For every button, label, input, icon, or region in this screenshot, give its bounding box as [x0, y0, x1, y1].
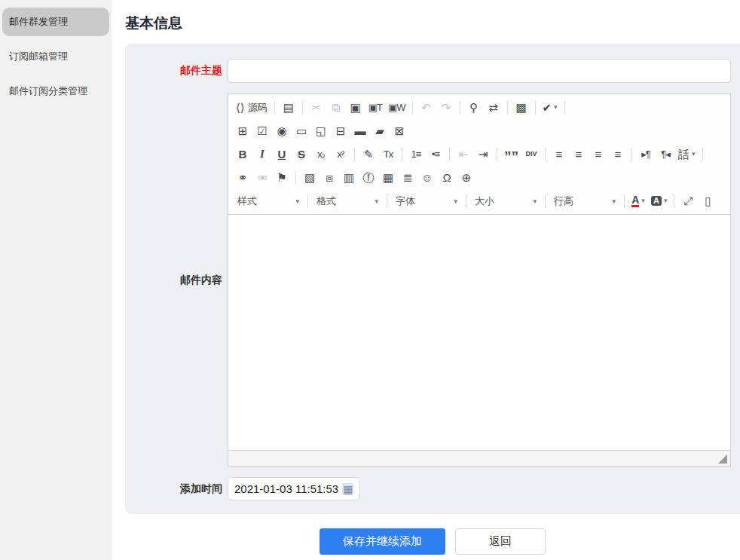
- templates-button[interactable]: ▤: [280, 99, 298, 117]
- font-select[interactable]: 字体▾: [392, 192, 461, 210]
- time-row: 添加时间 2021-01-03 11:51:53 ▦: [125, 477, 731, 500]
- background-color-button[interactable]: A▾: [649, 192, 669, 210]
- remove-format-button[interactable]: Tx: [379, 145, 397, 164]
- align-justify-button[interactable]: ≡: [609, 145, 627, 164]
- superscript-button[interactable]: x²: [332, 145, 350, 164]
- superscript-icon: x²: [338, 149, 344, 159]
- select-all-button[interactable]: ▩: [512, 99, 531, 117]
- horizontal-rule-button[interactable]: ≣: [399, 169, 417, 187]
- link-button[interactable]: ⚭: [234, 169, 252, 187]
- numbered-list-icon: 1≡: [411, 149, 421, 159]
- paste-text-button[interactable]: ▣T: [366, 99, 384, 117]
- blockquote-button[interactable]: ””: [502, 145, 521, 164]
- cut-button[interactable]: ✂: [307, 99, 326, 117]
- select-field-button[interactable]: ⊟: [332, 122, 350, 140]
- resize-handle[interactable]: [718, 454, 727, 464]
- text-direction-rtl-icon: ¶◂: [661, 149, 670, 159]
- content-row: 邮件内容 ⟨⟩源码▤✂⧉▣▣T▣W↶↷⚲⇄▩✔▾⊞☑◉▭◱⊟▬▰⊠BIUSx₂x…: [125, 93, 731, 467]
- italic-button[interactable]: I: [253, 145, 271, 164]
- copy-format-button[interactable]: ✎: [359, 145, 378, 164]
- link-icon: ⚭: [238, 172, 248, 183]
- iframe-button[interactable]: ⊕: [457, 169, 475, 187]
- checkbox-button[interactable]: ☑: [253, 122, 271, 140]
- image-button[interactable]: ▧: [301, 169, 319, 187]
- text-field-button[interactable]: ▭: [292, 122, 310, 140]
- toolbar-separator: [624, 194, 625, 208]
- find-icon: ⚲: [469, 102, 478, 113]
- align-right-button[interactable]: ≡: [589, 145, 607, 164]
- main-content: 基本信息 邮件主题 邮件内容 ⟨⟩源码▤✂⧉▣▣T▣W↶↷⚲⇄▩✔▾⊞☑◉▭◱⊟…: [113, 0, 740, 560]
- align-left-button[interactable]: ≡: [550, 145, 568, 164]
- copy-button[interactable]: ⧉: [327, 99, 345, 117]
- div-container-button[interactable]: DIV: [522, 145, 540, 164]
- subscript-button[interactable]: x₂: [312, 145, 330, 164]
- bold-button[interactable]: B: [234, 145, 252, 164]
- source-button[interactable]: ⟨⟩源码: [234, 99, 270, 117]
- align-center-button[interactable]: ≡: [570, 145, 588, 164]
- outdent-button[interactable]: ⇤: [454, 145, 472, 164]
- find-button[interactable]: ⚲: [465, 99, 483, 117]
- underline-icon: U: [278, 148, 286, 160]
- copy-format-icon: ✎: [364, 148, 374, 160]
- form-button[interactable]: ⊞: [234, 122, 252, 140]
- unlink-button[interactable]: ⚮: [253, 169, 271, 187]
- paste-button[interactable]: ▣: [347, 99, 365, 117]
- line-height-select[interactable]: 行高▾: [550, 192, 619, 210]
- maximize-button[interactable]: ⤢: [679, 192, 697, 210]
- numbered-list-button[interactable]: 1≡: [407, 145, 425, 164]
- strikethrough-button[interactable]: S: [292, 145, 310, 164]
- image-button-button[interactable]: ▰: [371, 122, 389, 140]
- table-button[interactable]: ▦: [379, 169, 397, 187]
- special-char-button[interactable]: Ω: [438, 169, 456, 187]
- bold-icon: B: [239, 148, 247, 160]
- radio-button-button[interactable]: ◉: [273, 122, 291, 140]
- replace-button[interactable]: ⇄: [485, 99, 503, 117]
- text-color-button[interactable]: A▾: [629, 192, 647, 210]
- smiley-button[interactable]: ☺: [418, 169, 436, 187]
- textarea-button[interactable]: ◱: [312, 122, 330, 140]
- flash-button[interactable]: ⓕ: [359, 169, 378, 187]
- sidebar-item-subscribe-mailbox[interactable]: 订阅邮箱管理: [2, 42, 109, 71]
- anchor-button[interactable]: ⚑: [273, 169, 291, 187]
- toolbar-separator: [507, 101, 508, 115]
- styles-select[interactable]: 样式▾: [234, 192, 303, 210]
- sidebar-item-mail-bulk[interactable]: 邮件群发管理: [2, 8, 109, 36]
- textarea-icon: ◱: [316, 125, 326, 136]
- button-field-button[interactable]: ▬: [351, 122, 369, 140]
- paste-text-icon: ▣T: [368, 103, 382, 112]
- format-select[interactable]: 格式▾: [313, 192, 382, 210]
- chevron-down-icon: ▾: [533, 197, 537, 205]
- underline-button[interactable]: U: [273, 145, 291, 164]
- toolbar-separator: [631, 148, 632, 161]
- font-size-select[interactable]: 大小▾: [471, 192, 540, 210]
- image-gallery-button[interactable]: ⧈: [320, 169, 338, 187]
- save-and-continue-button[interactable]: 保存并继续添加: [320, 528, 445, 555]
- toolbar-separator: [354, 148, 355, 161]
- subject-input[interactable]: [228, 59, 731, 83]
- text-direction-rtl-button[interactable]: ¶◂: [656, 145, 674, 164]
- horizontal-rule-icon: ≣: [403, 172, 413, 183]
- indent-button[interactable]: ⇥: [474, 145, 492, 164]
- chevron-down-icon: ▾: [641, 197, 645, 204]
- copy-icon: ⧉: [332, 102, 340, 113]
- redo-button[interactable]: ↷: [437, 99, 455, 117]
- sidebar-item-subscribe-category[interactable]: 邮件订阅分类管理: [2, 77, 109, 106]
- undo-button[interactable]: ↶: [417, 99, 436, 117]
- maximize-icon: ⤢: [683, 195, 693, 207]
- subject-row: 邮件主题: [125, 59, 731, 83]
- blockquote-icon: ””: [504, 153, 518, 161]
- paste-word-button[interactable]: ▣W: [386, 99, 408, 117]
- video-icon: ▥: [344, 172, 354, 183]
- text-direction-ltr-button[interactable]: ▸¶: [637, 145, 655, 164]
- hidden-field-button[interactable]: ⊠: [390, 122, 408, 140]
- video-button[interactable]: ▥: [340, 169, 358, 187]
- spell-check-button[interactable]: ✔▾: [540, 99, 560, 117]
- language-button[interactable]: 話▾: [676, 145, 698, 164]
- show-blocks-button[interactable]: ▯: [699, 192, 717, 210]
- iframe-icon: ⊕: [462, 172, 472, 183]
- editor-content-area[interactable]: [228, 215, 730, 450]
- bulleted-list-button[interactable]: •≡: [427, 145, 445, 164]
- time-label: 添加时间: [125, 482, 228, 496]
- datetime-input[interactable]: 2021-01-03 11:51:53 ▦: [228, 477, 360, 500]
- back-button[interactable]: 返回: [455, 528, 546, 555]
